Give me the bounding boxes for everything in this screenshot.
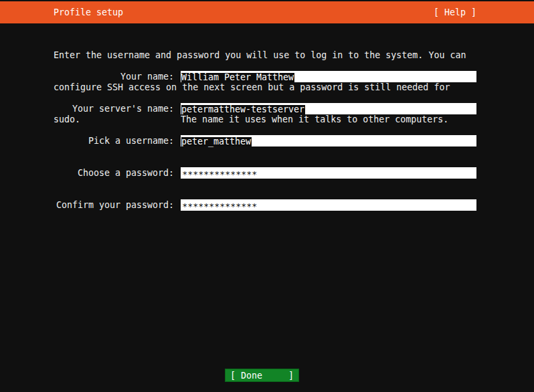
form-row-confirm-password: Confirm your password: ∗∗∗∗∗∗∗∗∗∗∗∗∗∗ xyxy=(0,199,534,211)
done-button-label: [ Done xyxy=(230,371,262,381)
username-label: Pick a username: xyxy=(13,135,174,146)
form-row-name: Your name: William Peter Matthew xyxy=(0,71,534,82)
done-button-bracket: ] xyxy=(288,371,294,381)
your-name-label: Your name: xyxy=(13,71,174,82)
server-name-helper-text: The name it uses when it talks to other … xyxy=(181,114,448,125)
username-value: peter_matthew xyxy=(181,137,252,146)
confirm-password-label: Confirm your password: xyxy=(13,199,174,211)
your-name-value: William Peter Matthew xyxy=(181,73,294,82)
server-name-input[interactable]: petermatthew-testserver xyxy=(181,103,476,114)
form-row-server-name: Your server's name: petermatthew-testser… xyxy=(0,103,534,114)
instructions-line: Enter the username and password you will… xyxy=(54,50,466,61)
server-name-value: petermatthew-testserver xyxy=(181,105,305,114)
confirm-password-input[interactable]: ∗∗∗∗∗∗∗∗∗∗∗∗∗∗ xyxy=(181,199,476,211)
form-row-password: Choose a password: ∗∗∗∗∗∗∗∗∗∗∗∗∗∗ xyxy=(0,167,534,179)
password-label: Choose a password: xyxy=(13,167,174,179)
password-input[interactable]: ∗∗∗∗∗∗∗∗∗∗∗∗∗∗ xyxy=(181,167,476,179)
username-input[interactable]: peter_matthew xyxy=(181,135,476,146)
confirm-password-masked-value: ∗∗∗∗∗∗∗∗∗∗∗∗∗∗ xyxy=(181,199,476,211)
your-name-input[interactable]: William Peter Matthew xyxy=(181,71,476,82)
help-button[interactable]: [ Help ] xyxy=(434,1,476,23)
titlebar: Profile setup [ Help ] xyxy=(0,1,534,23)
server-name-label: Your server's name: xyxy=(13,103,174,114)
done-button[interactable]: [ Done ] xyxy=(225,369,299,382)
instructions-line: configure SSH access on the next screen … xyxy=(54,82,466,93)
password-masked-value: ∗∗∗∗∗∗∗∗∗∗∗∗∗∗ xyxy=(181,167,476,179)
page-title: Profile setup xyxy=(54,1,123,23)
form-row-username: Pick a username: peter_matthew xyxy=(0,135,534,146)
